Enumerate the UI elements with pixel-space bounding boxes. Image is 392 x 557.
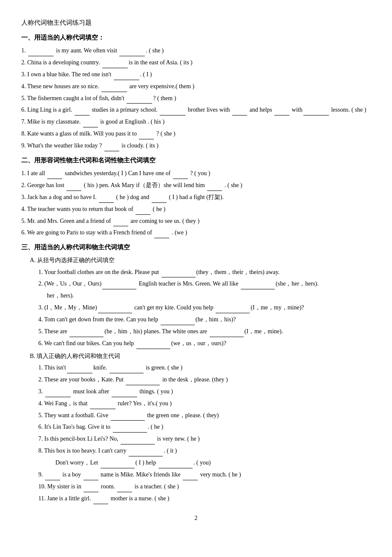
subsection-b-title: B. 填入正确的人称代词和物主代词 (30, 351, 371, 361)
blank (110, 373, 144, 373)
sb-q10: 10. My sister is in room. is a teacher. … (38, 481, 371, 492)
sb-q2: 2. These are your books，Kate. Put in the… (38, 374, 371, 385)
blank (303, 115, 329, 115)
blank (113, 226, 128, 226)
s2-q3: 3. Jack has a dog and so have I. ( he ) … (21, 192, 371, 203)
sa-q3: 3. (I，Me，My，Mine) can't get my kite. Cou… (38, 302, 371, 313)
blank (274, 115, 289, 115)
blank (84, 492, 98, 492)
section3-title: 三、用适当的人称代词和物主代词填空 (21, 242, 371, 253)
sb-q7: 7. Is this pencil-box Li Lei's? No, is v… (38, 433, 371, 444)
s2-q2: 2. George has lost ( his ) pen. Ask Mary… (21, 180, 371, 191)
blank (102, 68, 128, 68)
blank (67, 373, 92, 373)
blank (126, 385, 160, 385)
blank (114, 80, 139, 80)
subsection-b-questions: 1. This isn'tknife. is green. ( she ) 2.… (38, 362, 371, 504)
sa-q1: 1. Your football clothes are on the desk… (38, 267, 371, 278)
s1-q8: 8. Kate wants a glass of milk. Will you … (21, 128, 371, 139)
blank (102, 289, 136, 289)
blank (216, 313, 250, 313)
sa-q5: 5. These are (he，him，his) planes. The wh… (38, 326, 371, 337)
blank (136, 349, 170, 349)
section1-title: 一、用适当的人称代词填空： (21, 32, 371, 43)
s1-q7: 7. Mike is my classmate. is good at Engl… (21, 116, 371, 127)
sb-q4: 4. Wei Fang，is that ruler? Yes，it's.( yo… (38, 398, 371, 409)
blank (28, 56, 54, 56)
blank (210, 337, 244, 337)
blank (160, 115, 185, 115)
sb-q8: 8. This box is too heavy. I can't carry … (38, 445, 371, 456)
blank (66, 190, 81, 191)
blank (104, 151, 119, 151)
blank (83, 127, 98, 127)
sb-q11: 11. Jane is a little girl. mother is a n… (38, 493, 371, 504)
blank (161, 325, 195, 325)
sa-q2-cont: her，hers). (47, 290, 371, 301)
blank (84, 480, 98, 480)
blank (99, 202, 114, 203)
blank (159, 468, 193, 468)
blank (127, 103, 152, 104)
sb-q8-cont: Don't worry，Let ( I ) help . ( you) (55, 457, 371, 468)
subsection-a-title: A. 从括号内选择正确的代词填空 (30, 255, 371, 266)
sb-q9: 9. is a boy name is Mike. Mike's friends… (38, 469, 371, 480)
page-footer: 2 (21, 513, 371, 523)
blank (129, 456, 163, 456)
page-number: 2 (195, 515, 198, 521)
sa-q6: 6. We can't find our bikes. Can you help… (38, 338, 371, 349)
blank (112, 397, 137, 397)
blank (119, 56, 145, 56)
blank (161, 277, 196, 277)
blank (121, 444, 155, 444)
sa-q2: 2. (We，Us，Our，Ours) English teacher is M… (38, 278, 371, 289)
blank (45, 480, 60, 480)
blank (90, 409, 115, 409)
blank (98, 313, 132, 313)
sb-q3: 3. must look after things. ( you ) (38, 386, 371, 397)
blank (101, 468, 135, 468)
blank (69, 337, 104, 337)
s1-q1: 1. is my aunt. We often visit . ( she ) (21, 45, 371, 56)
s1-q9: 9. What's the weather like today ? is cl… (21, 140, 371, 151)
s1-q2: 2. China is a developing country. is in … (21, 57, 371, 68)
blank (232, 115, 247, 115)
blank (75, 115, 89, 115)
blank (111, 420, 145, 421)
blank (45, 397, 71, 397)
page-title: 人称代词物主代词练习题 (21, 17, 371, 29)
sa-q4: 4. Tom can't get down from the tree. Can… (38, 314, 371, 325)
section2-title: 二、用形容词性物主代词和名词性物主代词填空 (21, 155, 371, 166)
s1-q5: 5. The fishermen caught a lot of fish, d… (21, 93, 371, 104)
sb-q6: 6. It's Lin Tao's bag. Give it to . ( he… (38, 421, 371, 433)
blank (139, 139, 154, 139)
sb-q5: 5. They want a football. Give the green … (38, 410, 371, 421)
s1-q3: 3. I own a blue bike. The red one isn't … (21, 69, 371, 80)
s2-q1: 1. I ate all sandwiches yesterday.( I ) … (21, 168, 371, 179)
s2-q4: 4. The teacher wants you to return that … (21, 204, 371, 215)
blank (241, 289, 275, 289)
sb-q1: 1. This isn'tknife. is green. ( she ) (38, 362, 371, 373)
blank (154, 238, 169, 238)
blank (113, 432, 147, 433)
subsection-a-questions: 1. Your football clothes are on the desk… (38, 267, 371, 349)
blank (135, 214, 150, 215)
blank (173, 179, 188, 179)
blank (207, 190, 222, 191)
s2-q6: 6. We are going to Paris to stay with a … (21, 227, 371, 238)
section2-questions: 1. I ate all sandwiches yesterday.( I ) … (21, 168, 371, 238)
s2-q5: 5. Mr. and Mrs. Green and a friend of ar… (21, 216, 371, 227)
blank (93, 504, 108, 504)
s1-q6: 6. Ling Ling is a girl. studies in a pri… (21, 104, 371, 115)
blank (117, 492, 132, 492)
blank (183, 480, 198, 480)
blank (101, 92, 127, 92)
s1-q4: 4. These new houses are so nice. are ver… (21, 81, 371, 92)
blank (152, 202, 167, 203)
blank (47, 179, 62, 179)
section1-questions: 1. is my aunt. We often visit . ( she ) … (21, 45, 371, 151)
